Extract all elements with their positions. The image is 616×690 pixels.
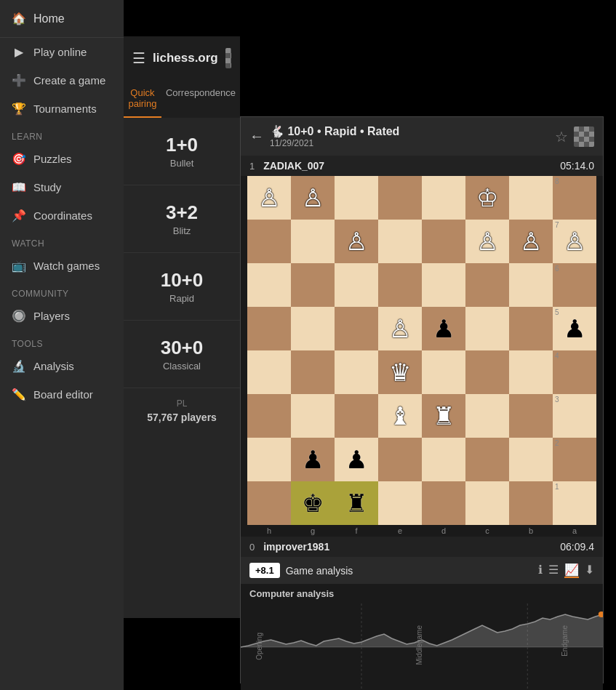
sidebar-item-analysis[interactable]: 🔬 Analysis <box>0 352 124 380</box>
square-3-7[interactable]: 5♟ <box>553 307 596 350</box>
square-4-0[interactable] <box>247 350 291 394</box>
square-2-1[interactable] <box>291 263 335 307</box>
square-3-6[interactable] <box>509 307 553 350</box>
file-b: b <box>509 526 553 535</box>
file-h: h <box>247 526 291 535</box>
square-3-3[interactable]: ♙ <box>378 307 422 350</box>
square-1-4[interactable] <box>422 220 465 263</box>
analysis-icon-group: ℹ ☰ 📈 ⬇ <box>538 563 594 578</box>
sidebar-item-watch-games[interactable]: 📺 Watch games <box>0 252 124 280</box>
square-0-7[interactable]: 8 <box>553 176 596 220</box>
game-option-blitz[interactable]: 3+2 Blitz <box>124 185 240 253</box>
square-5-4[interactable]: ♜ <box>422 394 465 438</box>
tab-correspondence[interactable]: Correspondence <box>161 80 240 118</box>
square-5-6[interactable] <box>509 394 553 438</box>
square-0-1[interactable]: ♙ <box>291 176 335 220</box>
square-1-6[interactable]: ♙ <box>509 220 553 263</box>
square-6-3[interactable] <box>378 438 422 481</box>
rank-label-3: 3 <box>555 396 559 404</box>
square-2-4[interactable] <box>422 263 465 307</box>
square-4-4[interactable] <box>422 350 465 394</box>
square-3-1[interactable] <box>291 307 335 350</box>
square-2-2[interactable] <box>335 263 378 307</box>
square-3-2[interactable] <box>335 307 378 350</box>
square-0-4[interactable] <box>422 176 465 220</box>
square-7-7[interactable]: 1 <box>553 481 596 525</box>
site-logo <box>225 48 231 68</box>
square-3-5[interactable] <box>465 307 509 350</box>
blitz-time: 3+2 <box>132 201 231 224</box>
plus-icon: ➕ <box>12 73 26 87</box>
piece-1-7: ♙ <box>564 229 585 254</box>
square-7-5[interactable] <box>465 481 509 525</box>
square-4-7[interactable]: 4 <box>553 350 596 394</box>
square-5-7[interactable]: 3 <box>553 394 596 438</box>
square-1-1[interactable] <box>291 220 335 263</box>
square-6-4[interactable] <box>422 438 465 481</box>
game-option-classical[interactable]: 30+0 Classical <box>124 321 240 388</box>
list-icon[interactable]: ☰ <box>548 563 559 578</box>
game-option-bullet[interactable]: 1+0 Bullet <box>124 118 240 185</box>
square-2-3[interactable] <box>378 263 422 307</box>
square-2-5[interactable] <box>465 263 509 307</box>
analysis-bar: +8.1 Game analysis ℹ ☰ 📈 ⬇ <box>241 557 603 584</box>
star-button[interactable]: ☆ <box>555 128 568 145</box>
square-5-0[interactable] <box>247 394 291 438</box>
square-0-6[interactable] <box>509 176 553 220</box>
square-0-5[interactable]: ♔ <box>465 176 509 220</box>
square-7-3[interactable] <box>378 481 422 525</box>
square-1-0[interactable] <box>247 220 291 263</box>
sidebar-item-puzzles[interactable]: 🎯 Puzzles <box>0 145 124 173</box>
square-3-0[interactable] <box>247 307 291 350</box>
square-2-0[interactable] <box>247 263 291 307</box>
square-1-3[interactable] <box>378 220 422 263</box>
square-4-1[interactable] <box>291 350 335 394</box>
square-4-5[interactable] <box>465 350 509 394</box>
square-5-1[interactable] <box>291 394 335 438</box>
square-4-2[interactable] <box>335 350 378 394</box>
info-icon[interactable]: ℹ <box>538 563 543 578</box>
square-0-3[interactable] <box>378 176 422 220</box>
square-5-2[interactable] <box>335 394 378 438</box>
sidebar-item-players[interactable]: 🔘 Players <box>0 302 124 330</box>
sidebar-item-board-editor[interactable]: ✏️ Board editor <box>0 380 124 409</box>
square-0-2[interactable] <box>335 176 378 220</box>
square-1-7[interactable]: 7♙ <box>553 220 596 263</box>
square-7-0[interactable] <box>247 481 291 525</box>
tab-quick-pairing[interactable]: Quick pairing <box>124 80 161 118</box>
back-button[interactable]: ← <box>249 128 264 145</box>
square-1-2[interactable]: ♙ <box>335 220 378 263</box>
square-1-5[interactable]: ♙ <box>465 220 509 263</box>
square-7-4[interactable] <box>422 481 465 525</box>
square-0-0[interactable]: ♙ <box>247 176 291 220</box>
square-6-1[interactable]: ♟ <box>291 438 335 481</box>
game-analysis-panel: ← 🐇 10+0 • Rapid • Rated 11/29/2021 ☆ 1 … <box>240 116 604 683</box>
chart-icon[interactable]: 📈 <box>564 563 579 578</box>
analysis-chart[interactable]: Opening Middlegame Endgame <box>241 603 603 690</box>
square-4-3[interactable]: ♛ <box>378 350 422 394</box>
square-3-4[interactable]: ♟ <box>422 307 465 350</box>
sidebar-item-create-game[interactable]: ➕ Create a game <box>0 66 124 95</box>
square-2-6[interactable] <box>509 263 553 307</box>
sidebar-item-study[interactable]: 📖 Study <box>0 173 124 201</box>
download-icon[interactable]: ⬇ <box>585 563 594 578</box>
square-6-6[interactable] <box>509 438 553 481</box>
sidebar-item-coordinates[interactable]: 📌 Coordinates <box>0 201 124 230</box>
square-4-6[interactable] <box>509 350 553 394</box>
sidebar-item-play-online[interactable]: ▶ Play online <box>0 38 124 66</box>
square-5-5[interactable] <box>465 394 509 438</box>
sidebar-item-tournaments[interactable]: 🏆 Tournaments <box>0 95 124 123</box>
square-2-7[interactable]: 6 <box>553 263 596 307</box>
square-6-5[interactable] <box>465 438 509 481</box>
square-7-2[interactable]: ♜ <box>335 481 378 525</box>
square-6-7[interactable]: 2 <box>553 438 596 481</box>
square-6-0[interactable] <box>247 438 291 481</box>
square-5-3[interactable]: ♝ <box>378 394 422 438</box>
square-7-1[interactable]: ♚ <box>291 481 335 525</box>
player-avatar <box>574 127 594 147</box>
game-option-rapid[interactable]: 10+0 Rapid <box>124 253 240 321</box>
square-6-2[interactable]: ♟ <box>335 438 378 481</box>
sidebar-home-item[interactable]: 🏠 Home <box>0 0 124 38</box>
hamburger-icon[interactable]: ☰ <box>132 49 145 67</box>
square-7-6[interactable] <box>509 481 553 525</box>
